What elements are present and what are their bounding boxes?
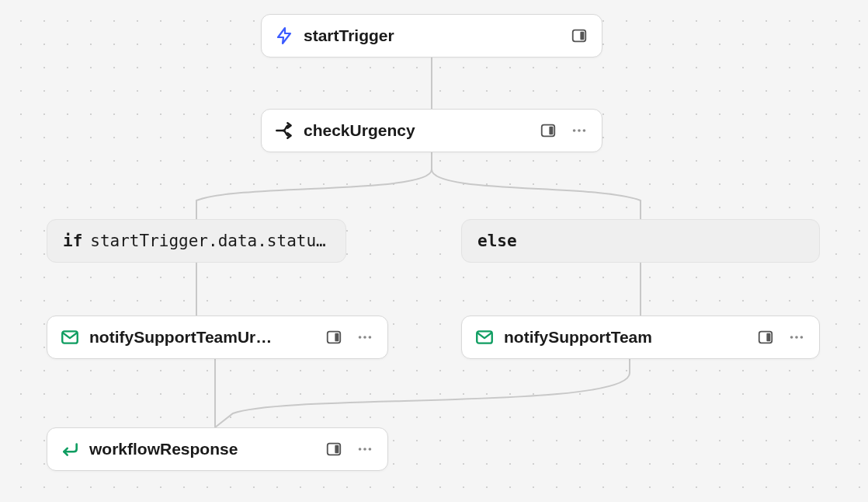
node-workflow-response[interactable]: workflowResponse (47, 427, 388, 471)
node-label: notifySupportTeam (504, 328, 746, 347)
sidebar-toggle-icon[interactable] (324, 327, 344, 347)
branch-icon (274, 120, 294, 141)
node-label: checkUrgency (304, 121, 529, 140)
svg-point-10 (359, 336, 362, 339)
node-label: notifySupportTeamUr… (89, 328, 314, 347)
sidebar-toggle-icon[interactable] (755, 327, 776, 347)
svg-point-22 (363, 448, 366, 451)
condition-keyword: else (477, 232, 517, 250)
svg-point-5 (578, 129, 581, 132)
workflow-canvas[interactable]: startTrigger checkUrgency (0, 0, 868, 502)
svg-point-12 (369, 336, 372, 339)
node-start-trigger[interactable]: startTrigger (261, 14, 602, 58)
sidebar-toggle-icon[interactable] (538, 120, 558, 141)
mail-icon (474, 327, 495, 347)
condition-expression: startTrigger.data.status… (90, 232, 330, 250)
condition-else[interactable]: else (461, 219, 820, 263)
node-check-urgency[interactable]: checkUrgency (261, 109, 602, 152)
sidebar-toggle-icon[interactable] (324, 439, 344, 459)
svg-point-18 (800, 336, 804, 339)
more-icon[interactable] (786, 327, 807, 347)
condition-if[interactable]: if startTrigger.data.status… (47, 219, 346, 263)
node-label: workflowResponse (89, 440, 314, 458)
more-icon[interactable] (355, 439, 375, 459)
node-notify-support-team[interactable]: notifySupportTeam (461, 315, 820, 359)
svg-rect-20 (335, 445, 339, 453)
more-icon[interactable] (355, 327, 375, 347)
svg-point-17 (795, 336, 798, 339)
svg-point-4 (573, 129, 576, 132)
svg-point-21 (359, 448, 362, 451)
condition-keyword: if (63, 232, 82, 250)
node-notify-support-team-urgent[interactable]: notifySupportTeamUr… (47, 315, 388, 359)
node-label: startTrigger (304, 26, 560, 45)
svg-rect-9 (335, 333, 339, 341)
svg-rect-15 (766, 333, 770, 341)
svg-rect-3 (549, 127, 553, 134)
mail-icon (60, 327, 80, 347)
lightning-icon (274, 26, 294, 46)
svg-point-6 (583, 129, 586, 132)
sidebar-toggle-icon[interactable] (569, 26, 589, 46)
svg-point-23 (369, 448, 372, 451)
return-icon (60, 439, 80, 459)
svg-point-11 (363, 336, 366, 339)
more-icon[interactable] (569, 120, 589, 141)
svg-rect-1 (580, 32, 584, 40)
svg-point-16 (790, 336, 793, 339)
